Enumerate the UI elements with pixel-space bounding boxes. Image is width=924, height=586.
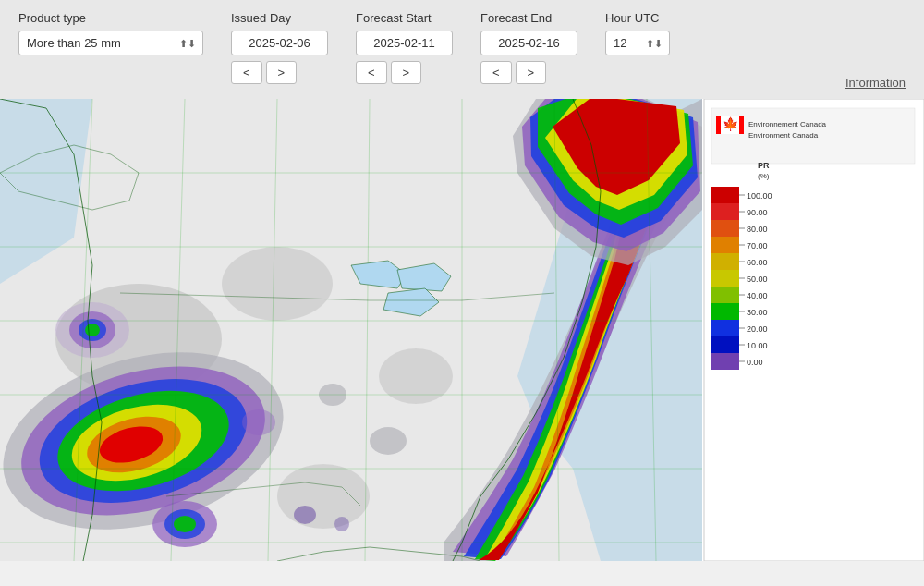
svg-text:50.00: 50.00 <box>747 275 768 284</box>
issued-day-value: 2025-02-06 <box>231 31 328 55</box>
svg-text:80.00: 80.00 <box>747 225 768 234</box>
svg-rect-50 <box>711 203 739 220</box>
forecast-end-next-button[interactable]: > <box>516 61 547 84</box>
svg-text:30.00: 30.00 <box>747 308 768 317</box>
svg-text:60.00: 60.00 <box>747 258 768 267</box>
svg-text:10.00: 10.00 <box>747 341 768 350</box>
hour-utc-select-wrapper: 00 06 12 18 ⬆⬇ <box>605 31 670 55</box>
svg-point-21 <box>370 427 407 455</box>
product-type-select[interactable]: More than 25 mm More than 10 mm More tha… <box>18 31 203 55</box>
svg-rect-60 <box>711 287 739 303</box>
svg-rect-56 <box>711 253 739 270</box>
svg-text:70.00: 70.00 <box>747 241 768 250</box>
svg-point-20 <box>85 324 100 336</box>
product-type-select-wrapper: More than 25 mm More than 10 mm More tha… <box>18 31 203 55</box>
hour-utc-group: Hour UTC 00 06 12 18 ⬆⬇ <box>605 11 670 55</box>
map-svg: 🍁 Environnement Canada Environment Canad… <box>0 99 924 561</box>
svg-rect-64 <box>711 320 739 336</box>
controls-bar: Product type More than 25 mm More than 1… <box>0 0 924 99</box>
svg-rect-66 <box>711 336 739 353</box>
svg-point-6 <box>277 464 370 529</box>
svg-rect-62 <box>711 303 739 320</box>
svg-point-25 <box>334 517 349 531</box>
issued-day-next-button[interactable]: > <box>266 61 298 84</box>
svg-rect-48 <box>711 187 739 203</box>
svg-text:PR: PR <box>758 161 770 170</box>
svg-text:40.00: 40.00 <box>747 291 768 300</box>
product-type-group: Product type More than 25 mm More than 1… <box>18 11 203 55</box>
forecast-end-group: Forecast End 2025-02-16 < > <box>480 11 578 84</box>
issued-day-group: Issued Day 2025-02-06 < > <box>231 11 328 84</box>
map-image: 🍁 Environnement Canada Environment Canad… <box>0 99 924 561</box>
svg-text:Environment Canada: Environment Canada <box>748 131 819 140</box>
svg-text:(%): (%) <box>758 172 770 180</box>
svg-rect-54 <box>711 237 739 253</box>
svg-text:100.00: 100.00 <box>747 191 772 201</box>
forecast-start-prev-button[interactable]: < <box>356 61 387 84</box>
issued-day-nav: < > <box>231 61 328 84</box>
svg-point-24 <box>294 506 316 524</box>
svg-text:🍁: 🍁 <box>723 116 739 132</box>
forecast-start-value: 2025-02-11 <box>356 31 453 55</box>
forecast-end-prev-button[interactable]: < <box>480 61 512 84</box>
svg-point-5 <box>379 348 453 404</box>
hour-utc-select[interactable]: 00 06 12 18 <box>605 31 670 55</box>
issued-day-prev-button[interactable]: < <box>231 61 262 84</box>
svg-text:0.00: 0.00 <box>747 358 763 367</box>
svg-text:Environnement Canada: Environnement Canada <box>748 120 827 128</box>
forecast-end-label: Forecast End <box>480 11 578 25</box>
svg-text:90.00: 90.00 <box>747 208 768 217</box>
forecast-end-nav: < > <box>480 61 578 84</box>
forecast-start-next-button[interactable]: > <box>391 61 422 84</box>
forecast-end-value: 2025-02-16 <box>480 31 578 55</box>
information-link[interactable]: Information <box>845 76 906 90</box>
forecast-start-nav: < > <box>356 61 453 84</box>
svg-point-4 <box>222 247 333 321</box>
forecast-start-group: Forecast Start 2025-02-11 < > <box>356 11 453 84</box>
svg-rect-68 <box>711 353 739 370</box>
hour-utc-label: Hour UTC <box>605 11 670 25</box>
svg-rect-52 <box>711 220 739 237</box>
issued-day-label: Issued Day <box>231 11 328 25</box>
svg-text:20.00: 20.00 <box>747 324 768 334</box>
svg-point-16 <box>174 516 196 532</box>
product-type-label: Product type <box>18 11 203 25</box>
forecast-start-label: Forecast Start <box>356 11 453 25</box>
svg-rect-58 <box>711 270 739 287</box>
map-container: 🍁 Environnement Canada Environment Canad… <box>0 99 924 561</box>
